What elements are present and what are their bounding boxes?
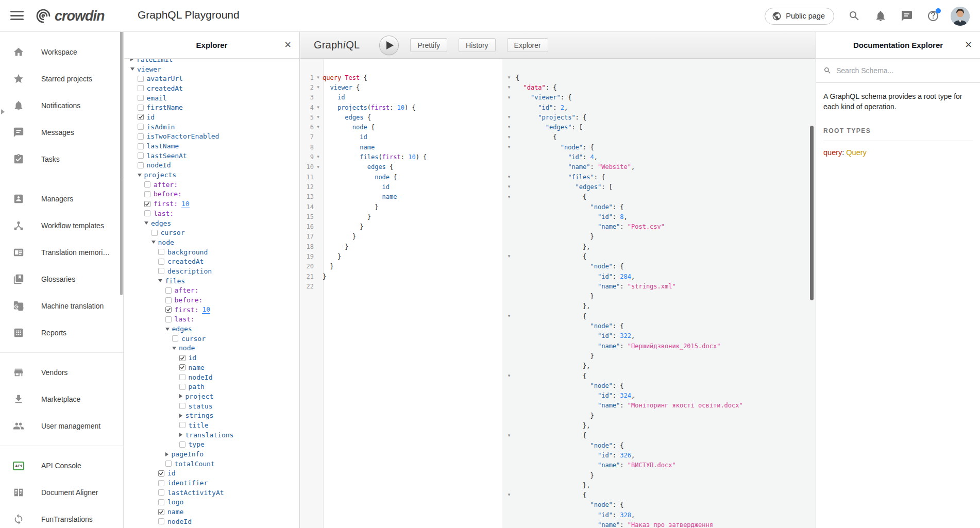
- fold-arrow-icon[interactable]: ▾: [314, 73, 323, 82]
- checkbox-unchecked[interactable]: [138, 105, 144, 111]
- checkbox-checked[interactable]: [179, 364, 185, 370]
- explorer-tree-row[interactable]: createdAt: [130, 257, 299, 266]
- explorer-tree-row[interactable]: node: [130, 344, 299, 353]
- explorer-tree-row[interactable]: firstName: [130, 103, 299, 112]
- chevron-right-icon[interactable]: [179, 414, 182, 418]
- response-scrollbar[interactable]: [810, 126, 814, 300]
- explorer-tree-row[interactable]: before:: [130, 295, 299, 305]
- checkbox-unchecked[interactable]: [165, 316, 172, 322]
- explorer-tree-row[interactable]: after:: [130, 286, 299, 296]
- explorer-tree-row[interactable]: isAdmin: [130, 122, 299, 132]
- chevron-right-icon[interactable]: [165, 452, 168, 456]
- fold-arrow-icon[interactable]: ▾: [506, 142, 512, 152]
- search-button[interactable]: [848, 10, 860, 22]
- checkbox-unchecked[interactable]: [158, 259, 164, 265]
- fold-arrow-icon[interactable]: ▾: [506, 371, 512, 381]
- sidebar-item-funtranslations[interactable]: FunTranslations: [0, 506, 123, 528]
- fold-arrow-icon[interactable]: ▾: [314, 152, 323, 162]
- checkbox-unchecked[interactable]: [138, 152, 144, 159]
- checkbox-unchecked[interactable]: [138, 133, 144, 140]
- explorer-tree-row[interactable]: after:: [130, 180, 299, 190]
- sidebar-item-document-aligner[interactable]: Document Aligner: [0, 479, 123, 506]
- fold-arrow-icon[interactable]: ▾: [314, 103, 323, 112]
- editor-line[interactable]: 8 name: [300, 142, 502, 152]
- sidebar-item-machine-translation[interactable]: Machine translation: [0, 293, 123, 319]
- editor-line[interactable]: 1▾query Test {: [300, 73, 502, 82]
- explorer-tree-row[interactable]: title: [130, 420, 299, 430]
- fold-arrow-icon[interactable]: ▾: [506, 490, 512, 500]
- checkbox-checked[interactable]: [144, 201, 150, 207]
- messages-button[interactable]: [901, 10, 913, 22]
- checkbox-unchecked[interactable]: [144, 210, 150, 216]
- editor-line[interactable]: 13 name: [300, 192, 502, 202]
- sidebar-item-managers[interactable]: Managers: [0, 185, 123, 212]
- sidebar-item-glossaries[interactable]: Glossaries: [0, 266, 123, 293]
- explorer-tree-row[interactable]: nodeId: [130, 161, 299, 171]
- explorer-tree-row[interactable]: email: [130, 93, 299, 103]
- checkbox-unchecked[interactable]: [158, 480, 164, 486]
- editor-line[interactable]: 4▾ projects(first: 10) {: [300, 103, 502, 112]
- explorer-tree-row[interactable]: lastName: [130, 141, 299, 151]
- explorer-tree-row[interactable]: files: [130, 276, 299, 286]
- fold-arrow-icon[interactable]: ▾: [506, 82, 512, 92]
- chevron-right-icon[interactable]: [179, 433, 182, 437]
- menu-icon[interactable]: [10, 11, 24, 21]
- sidebar-item-tasks[interactable]: Tasks: [0, 146, 123, 173]
- checkbox-unchecked[interactable]: [158, 499, 164, 505]
- checkbox-unchecked[interactable]: [158, 249, 164, 255]
- schema-search-input[interactable]: [836, 66, 973, 75]
- fold-arrow-icon[interactable]: ▾: [506, 112, 512, 122]
- editor-line[interactable]: 14 }: [300, 202, 502, 212]
- explorer-tree-row[interactable]: totalCount: [130, 459, 299, 469]
- fold-arrow-icon[interactable]: ▾: [506, 182, 512, 192]
- fold-arrow-icon[interactable]: ▾: [314, 122, 323, 132]
- explorer-tree-row[interactable]: last:: [130, 315, 299, 325]
- explorer-tree-row[interactable]: id: [130, 353, 299, 363]
- explorer-tree-row[interactable]: id: [130, 112, 299, 122]
- editor-line[interactable]: 11 node {: [300, 172, 502, 182]
- explorer-tree-row[interactable]: avatarUrl: [130, 74, 299, 83]
- explorer-tree-row[interactable]: name: [130, 363, 299, 372]
- chevron-down-icon[interactable]: [130, 67, 134, 71]
- fold-arrow-icon[interactable]: ▾: [314, 82, 323, 92]
- editor-line[interactable]: 16 }: [300, 222, 502, 231]
- chevron-down-icon[interactable]: [138, 174, 142, 177]
- query-editor[interactable]: 1▾query Test {2▾ viewer {3 id4▾ projects…: [300, 59, 502, 528]
- explorer-tree-row[interactable]: cursor: [130, 228, 299, 237]
- explorer-tree-row[interactable]: path: [130, 382, 299, 391]
- editor-line[interactable]: 21}: [300, 271, 502, 281]
- checkbox-unchecked[interactable]: [179, 384, 185, 390]
- checkbox-unchecked[interactable]: [165, 461, 172, 467]
- checkbox-unchecked[interactable]: [165, 297, 172, 303]
- schema-search[interactable]: [816, 59, 980, 83]
- checkbox-unchecked[interactable]: [179, 403, 185, 409]
- explorer-tree-row[interactable]: projects: [130, 170, 299, 180]
- prettify-button[interactable]: Prettify: [410, 38, 447, 52]
- execute-button[interactable]: [379, 36, 399, 55]
- editor-line[interactable]: 2▾ viewer {: [300, 82, 502, 92]
- explorer-tree-row[interactable]: cursor: [130, 334, 299, 344]
- sidebar-item-messages[interactable]: Messages: [0, 119, 123, 146]
- editor-line[interactable]: 9▾ files(first: 10) {: [300, 152, 502, 162]
- query-type-link[interactable]: Query: [846, 148, 867, 157]
- editor-line[interactable]: 17 }: [300, 232, 502, 242]
- checkbox-checked[interactable]: [165, 306, 172, 313]
- explorer-button[interactable]: Explorer: [507, 38, 548, 52]
- checkbox-unchecked[interactable]: [138, 143, 144, 149]
- checkbox-unchecked[interactable]: [158, 268, 164, 274]
- explorer-tree-row[interactable]: translations: [130, 430, 299, 440]
- checkbox-unchecked[interactable]: [138, 76, 144, 82]
- checkbox-checked[interactable]: [158, 470, 164, 476]
- sidebar-scrollbar[interactable]: [120, 13, 123, 295]
- explorer-tree-row[interactable]: isTwoFactorEnabled: [130, 132, 299, 142]
- checkbox-unchecked[interactable]: [138, 85, 144, 91]
- fold-arrow-icon[interactable]: ▾: [314, 162, 323, 172]
- checkbox-unchecked[interactable]: [144, 181, 150, 188]
- explorer-close-icon[interactable]: ×: [284, 38, 291, 52]
- argument-value[interactable]: 10: [181, 200, 190, 208]
- explorer-tree-row[interactable]: pageInfo: [130, 449, 299, 459]
- explorer-tree-row[interactable]: edges: [130, 324, 299, 334]
- chevron-right-icon[interactable]: [130, 59, 133, 61]
- explorer-tree-row[interactable]: rateLimit: [130, 59, 299, 64]
- explorer-tree-row[interactable]: before:: [130, 190, 299, 199]
